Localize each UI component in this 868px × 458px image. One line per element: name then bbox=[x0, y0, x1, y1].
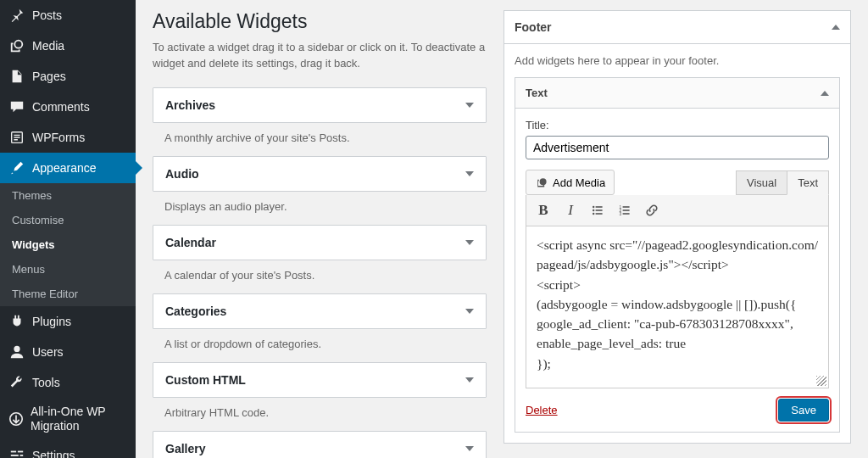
widget-name: Audio bbox=[165, 167, 199, 181]
widget-instance-header[interactable]: Text bbox=[515, 78, 839, 109]
add-media-label: Add Media bbox=[553, 176, 605, 189]
comment-icon bbox=[8, 98, 25, 115]
page-icon bbox=[8, 68, 25, 85]
chevron-up-icon bbox=[832, 25, 840, 30]
svg-rect-3 bbox=[11, 450, 16, 452]
nav-label: Appearance bbox=[32, 161, 97, 175]
svg-rect-12 bbox=[596, 209, 603, 211]
nav-wpforms[interactable]: WPForms bbox=[0, 122, 136, 153]
nav-tools[interactable]: Tools bbox=[0, 367, 136, 398]
available-title: Available Widgets bbox=[153, 10, 487, 33]
sub-widgets[interactable]: Widgets bbox=[0, 232, 136, 257]
nav-settings[interactable]: Settings bbox=[0, 440, 136, 458]
widget-name: Calendar bbox=[165, 236, 216, 249]
chevron-down-icon bbox=[465, 377, 474, 383]
delete-link[interactable]: Delete bbox=[526, 404, 558, 416]
title-label: Title: bbox=[526, 119, 829, 131]
bullet-list-button[interactable] bbox=[586, 199, 609, 221]
plugin-icon bbox=[8, 313, 25, 330]
svg-rect-5 bbox=[11, 455, 19, 456]
media-icon bbox=[8, 37, 25, 54]
chevron-down-icon bbox=[465, 446, 474, 451]
nav-migration[interactable]: All-in-One WP Migration bbox=[0, 398, 136, 440]
nav-appearance[interactable]: Appearance bbox=[0, 153, 136, 183]
brush-icon bbox=[8, 159, 25, 176]
available-widgets-panel: Available Widgets To activate a widget d… bbox=[153, 10, 487, 448]
chevron-down-icon bbox=[465, 240, 474, 245]
nav-label: Pages bbox=[32, 70, 66, 83]
area-header[interactable]: Footer bbox=[504, 11, 850, 44]
sub-theme-editor[interactable]: Theme Editor bbox=[0, 282, 136, 306]
content-textarea[interactable]: <script async src="//pagead2.googlesyndi… bbox=[526, 226, 828, 388]
user-icon bbox=[8, 344, 25, 360]
widget-desc: Displays an audio player. bbox=[153, 192, 487, 225]
widget-audio[interactable]: Audio bbox=[153, 156, 487, 192]
widget-name: Custom HTML bbox=[165, 373, 246, 387]
widget-name: Archives bbox=[165, 98, 215, 112]
widget-desc: A monthly archive of your site's Posts. bbox=[153, 123, 487, 156]
nav-plugins[interactable]: Plugins bbox=[0, 306, 136, 337]
nav-pages[interactable]: Pages bbox=[0, 61, 136, 92]
widget-calendar[interactable]: Calendar bbox=[153, 225, 487, 260]
svg-rect-18 bbox=[623, 209, 630, 211]
nav-label: Comments bbox=[32, 100, 90, 114]
area-help: Add widgets here to appear in your foote… bbox=[515, 54, 840, 67]
italic-button[interactable]: I bbox=[559, 199, 582, 221]
svg-rect-4 bbox=[18, 450, 23, 452]
chevron-down-icon bbox=[465, 103, 474, 108]
sub-themes[interactable]: Themes bbox=[0, 183, 136, 208]
nav-label: All-in-One WP Migration bbox=[31, 405, 127, 433]
chevron-down-icon bbox=[465, 309, 474, 314]
pin-icon bbox=[8, 7, 25, 24]
available-help: To activate a widget drag it to a sideba… bbox=[153, 40, 487, 72]
nav-label: Posts bbox=[32, 8, 62, 22]
widget-name: Categories bbox=[165, 304, 226, 318]
nav-label: Tools bbox=[32, 376, 60, 389]
svg-point-13 bbox=[593, 213, 594, 215]
widget-categories[interactable]: Categories bbox=[153, 293, 487, 329]
nav-label: Settings bbox=[32, 449, 75, 458]
sub-menus[interactable]: Menus bbox=[0, 257, 136, 282]
sub-customise[interactable]: Customise bbox=[0, 208, 136, 232]
svg-rect-16 bbox=[623, 206, 630, 208]
svg-point-11 bbox=[593, 209, 594, 211]
nav-label: Plugins bbox=[32, 315, 71, 328]
widget-name: Gallery bbox=[165, 442, 205, 455]
widget-custom-html[interactable]: Custom HTML bbox=[153, 362, 487, 398]
tab-visual[interactable]: Visual bbox=[736, 170, 787, 195]
migration-icon bbox=[8, 411, 24, 427]
widget-desc: A calendar of your site's Posts. bbox=[153, 260, 487, 293]
settings-icon bbox=[8, 447, 25, 458]
resize-handle[interactable] bbox=[816, 376, 826, 386]
chevron-up-icon bbox=[821, 91, 829, 96]
wrench-icon bbox=[8, 374, 25, 391]
nav-label: Users bbox=[32, 345, 64, 359]
nav-posts[interactable]: Posts bbox=[0, 0, 136, 31]
svg-rect-10 bbox=[596, 206, 603, 208]
nav-comments[interactable]: Comments bbox=[0, 92, 136, 122]
title-input[interactable] bbox=[526, 136, 829, 159]
svg-rect-14 bbox=[596, 213, 603, 215]
admin-sidebar: Posts Media Pages Comments WPForms Appea… bbox=[0, 0, 136, 458]
widget-desc: Arbitrary HTML code. bbox=[153, 398, 487, 431]
widget-gallery[interactable]: Gallery bbox=[153, 431, 487, 458]
save-button[interactable]: Save bbox=[778, 399, 829, 422]
widget-area-panel: Footer Add widgets here to appear in you… bbox=[504, 10, 851, 448]
svg-point-1 bbox=[14, 346, 19, 352]
nav-media[interactable]: Media bbox=[0, 31, 136, 61]
tab-text[interactable]: Text bbox=[787, 170, 829, 195]
widget-desc: A list or dropdown of categories. bbox=[153, 329, 487, 362]
number-list-button[interactable]: 123 bbox=[613, 199, 637, 221]
svg-rect-6 bbox=[20, 455, 24, 456]
editor-toolbar: B I 123 bbox=[526, 195, 829, 226]
chevron-down-icon bbox=[465, 171, 474, 176]
form-icon bbox=[8, 129, 25, 146]
bold-button[interactable]: B bbox=[531, 199, 555, 221]
svg-point-9 bbox=[593, 206, 594, 208]
widget-type: Text bbox=[526, 87, 548, 99]
link-button[interactable] bbox=[640, 199, 664, 221]
widget-archives[interactable]: Archives bbox=[153, 87, 487, 123]
add-media-button[interactable]: Add Media bbox=[526, 170, 615, 195]
nav-users[interactable]: Users bbox=[0, 337, 136, 367]
svg-text:3: 3 bbox=[620, 212, 622, 216]
